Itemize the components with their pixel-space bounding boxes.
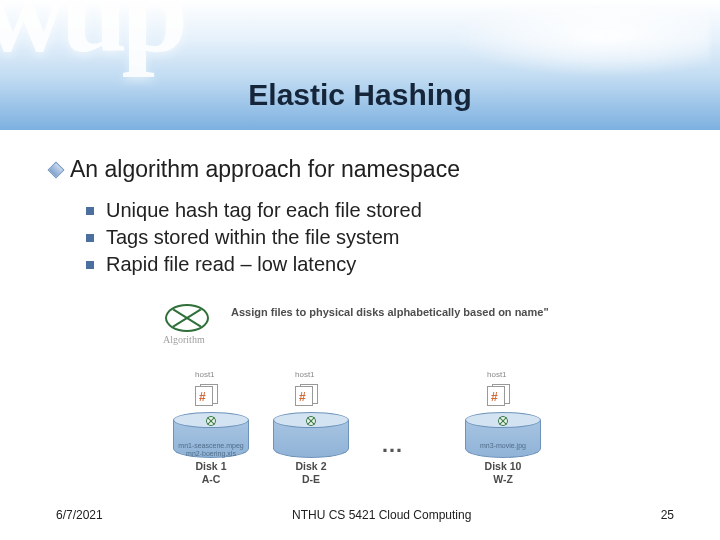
sub-bullet-text: Rapid file read – low latency — [106, 253, 356, 276]
footer: 6/7/2021 NTHU CS 5421 Cloud Computing 25 — [0, 508, 720, 522]
disk-label: Disk 1A-C — [173, 460, 249, 485]
file-doc-icon: host1 # — [295, 384, 321, 406]
footer-date: 6/7/2021 — [56, 508, 103, 522]
file-doc-icon: host1 # — [487, 384, 513, 406]
main-bullet: An algorithm approach for namespace — [50, 156, 680, 183]
disk-top-knob-icon — [498, 416, 508, 426]
algorithm-label: Algorithm — [163, 334, 205, 345]
header-shine — [450, 8, 710, 78]
square-bullet-icon — [86, 234, 94, 242]
disk-icon: mn3-movie.jpg Disk 10W-Z — [465, 412, 541, 458]
algorithm-node: Algorithm — [165, 304, 209, 332]
disk-icon: Disk 2D-E — [273, 412, 349, 458]
host-label: host1 — [295, 370, 315, 379]
ellipsis-icon: … — [381, 432, 409, 458]
disk-top-knob-icon — [206, 416, 216, 426]
disk-top-knob-icon — [306, 416, 316, 426]
content-area: An algorithm approach for namespace Uniq… — [50, 156, 680, 280]
disk-label: Disk 2D-E — [273, 460, 349, 485]
disk-body-text: mn1-seascene.mpeg mn2-boering.xls — [174, 442, 248, 457]
sub-bullet-text: Tags stored within the file system — [106, 226, 399, 249]
hash-icon: # — [491, 391, 498, 403]
disk-body-text: mn3-movie.jpg — [466, 442, 540, 450]
hash-icon: # — [199, 391, 206, 403]
assign-caption: Assign files to physical disks alphabeti… — [231, 306, 549, 318]
square-bullet-icon — [86, 261, 94, 269]
diamond-bullet-icon — [48, 161, 65, 178]
watermark-letters: wup — [0, 0, 182, 80]
main-bullet-text: An algorithm approach for namespace — [70, 156, 460, 183]
sub-bullet: Tags stored within the file system — [86, 226, 680, 249]
disk-label: Disk 10W-Z — [465, 460, 541, 485]
sub-bullet-text: Unique hash tag for each file stored — [106, 199, 422, 222]
slide-title: Elastic Hashing — [0, 78, 720, 112]
algorithm-icon — [165, 304, 209, 332]
footer-page: 25 — [661, 508, 674, 522]
hash-icon: # — [299, 391, 306, 403]
host-label: host1 — [487, 370, 507, 379]
diagram: Algorithm Assign files to physical disks… — [165, 304, 585, 496]
file-doc-icon: host1 # — [195, 384, 221, 406]
square-bullet-icon — [86, 207, 94, 215]
sub-bullet: Rapid file read – low latency — [86, 253, 680, 276]
sub-bullet: Unique hash tag for each file stored — [86, 199, 680, 222]
host-label: host1 — [195, 370, 215, 379]
disk-icon: mn1-seascene.mpeg mn2-boering.xls Disk 1… — [173, 412, 249, 458]
footer-course: NTHU CS 5421 Cloud Computing — [292, 508, 471, 522]
